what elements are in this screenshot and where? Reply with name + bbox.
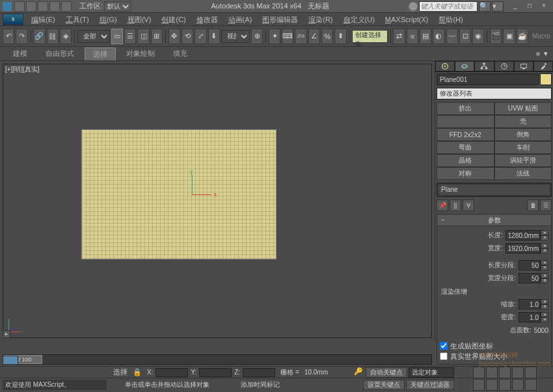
render-frame-icon[interactable]: ▣: [503, 29, 515, 44]
mod-btn-bend[interactable]: 弯曲: [437, 141, 494, 154]
scale-icon[interactable]: ⤢: [195, 29, 206, 44]
mod-btn-lathe[interactable]: 车削: [494, 141, 552, 154]
ribbon-tab-selection[interactable]: 选择: [85, 47, 116, 60]
pin-stack-icon[interactable]: 📌: [437, 200, 448, 211]
setkey-button[interactable]: 设置关键点: [363, 380, 405, 390]
viewport-expand-icon[interactable]: ▸: [3, 330, 10, 338]
gizmo-y-axis[interactable]: [192, 175, 193, 194]
lsegs-input[interactable]: [519, 260, 541, 270]
menu-create[interactable]: 创建(C): [156, 14, 191, 25]
pan-icon[interactable]: [473, 379, 485, 391]
mod-btn-normal[interactable]: 法线: [494, 167, 552, 180]
lock-icon[interactable]: 🔒: [133, 368, 142, 376]
app-menu-button[interactable]: 3: [3, 14, 23, 25]
selection-lock-icon[interactable]: [3, 356, 18, 365]
menu-maxscript[interactable]: MAXScript(X): [380, 14, 434, 25]
modifier-stack[interactable]: Plane: [437, 183, 552, 197]
qat-save-icon[interactable]: [38, 1, 48, 12]
lsegs-spin-up[interactable]: ▴: [541, 260, 548, 265]
time-slider[interactable]: 0 / 100: [3, 354, 432, 365]
create-tab-icon[interactable]: [435, 61, 455, 72]
ribbon-tab-populate[interactable]: 填充: [165, 47, 195, 60]
scale-input[interactable]: [519, 299, 541, 309]
layers-icon[interactable]: ▤: [420, 29, 431, 44]
ref-coord-dropdown[interactable]: 视图: [221, 30, 250, 43]
width-spin-down[interactable]: ▾: [541, 248, 548, 254]
time-tag-button[interactable]: 添加时间标记: [241, 380, 280, 389]
density-input[interactable]: [519, 312, 541, 322]
mod-btn-extrude[interactable]: 挤出: [437, 102, 494, 115]
maximize-viewport-icon[interactable]: [525, 379, 537, 391]
search-button[interactable]: 🔍: [479, 1, 491, 12]
orbit-icon[interactable]: [512, 379, 524, 391]
zoom-icon[interactable]: [486, 379, 498, 391]
gizmo-x-axis[interactable]: [192, 194, 211, 195]
mod-btn-blank[interactable]: [437, 115, 494, 128]
wsegs-input[interactable]: [519, 273, 541, 283]
transform-gizmo[interactable]: [172, 175, 211, 214]
window-crossing-icon[interactable]: ⊞: [151, 29, 163, 44]
schematic-icon[interactable]: ⊡: [459, 29, 471, 44]
scale-spin-down[interactable]: ▾: [541, 304, 548, 309]
qat-open-icon[interactable]: [26, 1, 36, 12]
qat-redo-icon[interactable]: [61, 1, 72, 12]
display-tab-icon[interactable]: [514, 61, 533, 72]
menu-tools[interactable]: 工具(T): [61, 14, 94, 25]
make-unique-icon[interactable]: ∀: [463, 200, 474, 211]
rotate-icon[interactable]: ⟲: [182, 29, 193, 44]
lsegs-spin-down[interactable]: ▾: [541, 265, 548, 270]
length-spin-down[interactable]: ▾: [541, 235, 548, 241]
menu-help[interactable]: 帮助(H): [433, 14, 468, 25]
length-input[interactable]: [506, 230, 541, 241]
help-dropdown-icon[interactable]: ▾: [492, 1, 504, 12]
select-icon[interactable]: ▭: [111, 29, 123, 44]
menu-group[interactable]: 组(G): [94, 14, 122, 25]
menu-grapheditor[interactable]: 图形编辑器: [257, 14, 303, 25]
info-icon[interactable]: ⓘ: [409, 2, 418, 11]
scale-spin-up[interactable]: ▴: [541, 299, 548, 304]
mod-btn-symmetry[interactable]: 对称: [437, 167, 494, 180]
redo-icon[interactable]: ↷: [16, 29, 27, 44]
stack-item-plane[interactable]: Plane: [438, 185, 550, 195]
x-coord-input[interactable]: [155, 368, 188, 377]
select-name-icon[interactable]: ☰: [124, 29, 136, 44]
snap-toggle-icon[interactable]: 2½: [295, 29, 306, 44]
viewport-label[interactable]: [+][明][真实]: [5, 65, 40, 74]
render-setup-icon[interactable]: 🎬: [490, 29, 502, 44]
hierarchy-tab-icon[interactable]: [474, 61, 494, 72]
curve-editor-icon[interactable]: 〰: [446, 29, 458, 44]
autokey-button[interactable]: 自动关键点: [366, 367, 407, 378]
move-icon[interactable]: ✥: [169, 29, 180, 44]
link-icon[interactable]: 🔗: [33, 29, 45, 44]
unlink-icon[interactable]: ⛓: [47, 29, 59, 44]
menu-edit[interactable]: 编辑(E): [26, 14, 61, 25]
select-region-icon[interactable]: ◫: [137, 29, 149, 44]
mod-btn-ffd[interactable]: FFD 2x2x2: [437, 128, 494, 141]
viewport[interactable]: [3, 64, 432, 338]
wsegs-spin-up[interactable]: ▴: [541, 273, 548, 278]
utilities-tab-icon[interactable]: [533, 61, 553, 72]
maximize-button[interactable]: □: [523, 1, 536, 12]
keyfilter-dropdown[interactable]: 选定对象: [409, 367, 454, 378]
qat-new-icon[interactable]: [14, 1, 25, 12]
mod-btn-chamfer[interactable]: 倒角: [494, 128, 552, 141]
mod-btn-turbosmooth[interactable]: 涡轮平滑: [494, 154, 552, 167]
density-spin-up[interactable]: ▴: [541, 312, 548, 317]
parameters-header[interactable]: 参数: [437, 215, 551, 226]
named-selection-set[interactable]: 创建选择集: [352, 30, 387, 43]
material-editor-icon[interactable]: ◉: [472, 29, 484, 44]
mod-btn-lattice[interactable]: 晶格: [437, 154, 494, 167]
configure-sets-icon[interactable]: ☰: [540, 200, 552, 211]
manipulate-icon[interactable]: ✦: [269, 29, 280, 44]
object-name-input[interactable]: [437, 73, 539, 85]
minimize-button[interactable]: _: [509, 1, 522, 12]
render-icon[interactable]: ☕: [517, 29, 528, 44]
ribbon-tab-objectpaint[interactable]: 对象绘制: [118, 47, 163, 60]
density-spin-down[interactable]: ▾: [541, 317, 548, 322]
workspace-dropdown[interactable]: 默认: [104, 1, 131, 12]
gen-map-coords-checkbox[interactable]: [440, 342, 448, 350]
width-spin-up[interactable]: ▴: [541, 243, 548, 248]
modify-tab-icon[interactable]: [455, 61, 474, 72]
menu-modifiers[interactable]: 修改器: [191, 14, 223, 25]
menu-render[interactable]: 渲染(R): [303, 14, 338, 25]
